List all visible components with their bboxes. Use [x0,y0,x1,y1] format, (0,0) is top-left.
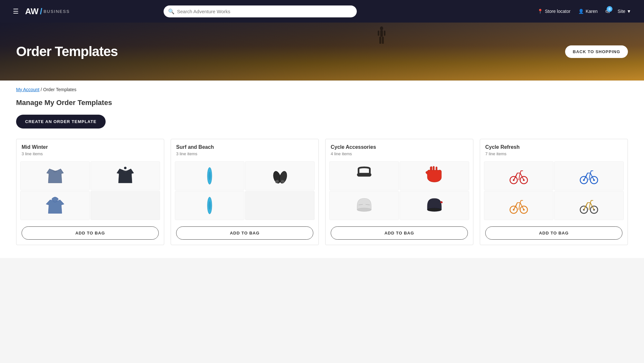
my-account-link[interactable]: My Account [16,87,39,92]
svg-point-14 [209,201,211,210]
template-card-mid-winter: Mid Winter 3 line items [16,139,164,245]
template-line-items: 7 line items [485,151,622,156]
back-to-shopping-button[interactable]: BACK TO SHOPPING [565,45,628,58]
user-icon: 👤 [578,9,584,14]
product-image-cell [554,161,624,190]
page-subtitle: Manage My Order Templates [16,99,628,107]
product-image-cell [20,161,90,190]
cycling-gloves-icon [423,165,446,187]
user-account-link[interactable]: 👤 Karen [578,9,598,14]
product-image-cell [400,161,469,190]
cart-link[interactable]: 🛍 0 [605,9,610,14]
product-image-cell [175,161,244,190]
site-header: ☰ AW / BUSINESS 🔍 📍 Store locator 👤 Kare… [0,0,644,23]
logo-aw: AW [25,6,39,16]
template-name: Surf and Beach [176,144,313,150]
helmet-dark-icon [423,194,446,217]
hero-title: Order Templates [16,44,118,59]
store-locator-label: Store locator [545,9,570,14]
hero-banner: Order Templates BACK TO SHOPPING [0,23,644,81]
page-content: Manage My Order Templates CREATE AN ORDE… [0,95,644,258]
logo-slash: / [40,6,42,16]
product-image-cell [175,191,244,220]
template-name: Mid Winter [22,144,159,150]
template-card-cycle-accessories: Cycle Accessories 4 line items [325,139,473,245]
user-name: Karen [586,9,598,14]
header-right: 📍 Store locator 👤 Karen 🛍 0 Site ▼ [537,9,631,14]
svg-point-16 [357,208,371,212]
location-icon: 📍 [537,9,543,14]
create-order-template-button[interactable]: CREATE AN ORDER TEMPLATE [16,115,106,129]
template-card-header: Mid Winter 3 line items [16,139,164,159]
template-images [326,159,473,223]
add-to-bag-button[interactable]: ADD TO BAG [22,226,159,240]
template-card-footer: ADD TO BAG [480,223,628,245]
helmet-white-icon [353,194,375,217]
product-image-cell-empty [90,191,160,220]
svg-point-0 [380,26,383,30]
product-image-cell [90,161,160,190]
template-images [171,159,318,223]
cart-badge: 0 [607,6,612,12]
add-to-bag-button[interactable]: ADD TO BAG [331,226,468,240]
product-image-cell [400,191,469,220]
jacket-dark-icon [114,165,137,187]
template-card-header: Surf and Beach 3 line items [171,139,318,159]
bike-red-icon [507,165,530,187]
hero-silhouette-icon [377,26,386,52]
hamburger-icon[interactable]: ☰ [13,7,19,15]
surfboard-icon [198,165,221,187]
svg-point-6 [124,167,127,169]
template-card-header: Cycle Refresh 7 line items [480,139,628,159]
svg-point-8 [209,172,211,180]
logo-business: BUSINESS [43,9,70,14]
store-locator-link[interactable]: 📍 Store locator [537,9,570,14]
svg-rect-3 [382,37,384,44]
search-input[interactable] [164,5,357,17]
svg-rect-2 [379,37,381,44]
product-image-cell [484,191,554,220]
logo[interactable]: AW / BUSINESS [25,6,70,16]
template-line-items: 3 line items [22,151,159,156]
flippers-icon [269,165,291,187]
template-line-items: 4 line items [331,151,468,156]
templates-grid: Mid Winter 3 line items [16,139,628,245]
product-image-cell [245,161,315,190]
product-image-cell [20,191,90,220]
svg-rect-1 [380,30,383,37]
bike-lock-icon [353,165,375,187]
chevron-down-icon: ▼ [627,9,631,14]
product-image-cell [554,191,624,220]
search-bar: 🔍 [164,5,357,17]
product-image-cell [329,191,399,220]
product-image-cell [329,161,399,190]
template-card-footer: ADD TO BAG [326,223,473,245]
add-to-bag-button[interactable]: ADD TO BAG [485,226,622,240]
breadcrumb: My Account / Order Templates [16,87,628,92]
add-to-bag-button[interactable]: ADD TO BAG [176,226,313,240]
bike-blue-icon [578,165,600,187]
bike-road-icon [578,194,600,217]
svg-rect-4 [378,31,379,36]
product-image-cell [484,161,554,190]
template-images [16,159,164,223]
template-card-cycle-refresh: Cycle Refresh 7 line items [480,139,628,245]
svg-point-17 [427,208,441,212]
template-card-footer: ADD TO BAG [171,223,318,245]
template-card-footer: ADD TO BAG [16,223,164,245]
template-name: Cycle Accessories [331,144,468,150]
product-image-cell-empty [245,191,315,220]
svg-rect-5 [384,31,385,36]
breadcrumb-current: Order Templates [43,87,76,92]
template-card-surf-beach: Surf and Beach 3 line items [171,139,319,245]
breadcrumb-section: My Account / Order Templates [0,81,644,95]
template-name: Cycle Refresh [485,144,622,150]
template-line-items: 3 line items [176,151,313,156]
jacket-hoodie-icon [44,194,66,217]
jacket-blue-icon [44,165,66,187]
site-selector[interactable]: Site ▼ [618,9,631,14]
breadcrumb-separator: / [41,87,43,92]
site-label: Site [618,9,625,14]
template-card-header: Cycle Accessories 4 line items [326,139,473,159]
svg-rect-15 [357,173,371,177]
